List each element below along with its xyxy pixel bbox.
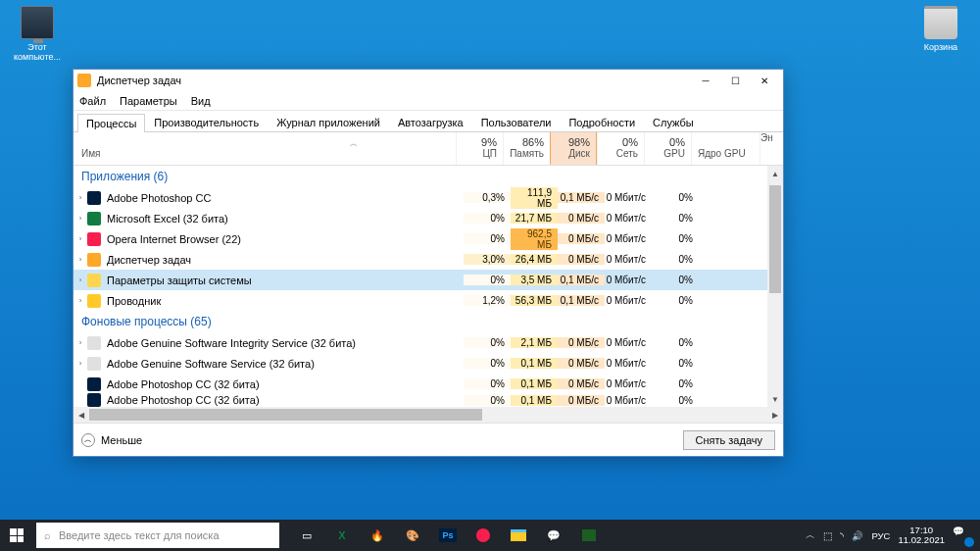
search-box[interactable]: ⌕ Введите здесь текст для поиска bbox=[36, 523, 279, 548]
process-name: Проводник bbox=[107, 295, 464, 307]
expand-chevron-icon[interactable]: › bbox=[74, 255, 87, 264]
minimize-button[interactable]: ─ bbox=[691, 71, 720, 90]
header-network[interactable]: 0% Сеть bbox=[597, 132, 644, 165]
process-row[interactable]: ›Adobe Photoshop CC0,3%111,9 МБ0,1 МБ/с0… bbox=[74, 187, 767, 208]
taskbar-app-palette[interactable]: 🎨 bbox=[396, 520, 429, 551]
header-gpu[interactable]: 0% GPU bbox=[644, 132, 691, 165]
process-name: Параметры защиты системы bbox=[107, 275, 464, 286]
cell-cpu: 1,2% bbox=[464, 295, 511, 306]
header-end[interactable]: Эн bbox=[760, 132, 783, 165]
cell-cpu: 0% bbox=[464, 395, 511, 406]
tab-performance[interactable]: Производительность bbox=[145, 113, 268, 131]
expand-chevron-icon[interactable]: › bbox=[74, 338, 87, 347]
expand-chevron-icon[interactable]: › bbox=[74, 193, 87, 202]
scroll-left-arrow[interactable]: ◀ bbox=[74, 407, 89, 423]
h-scrollbar-thumb[interactable] bbox=[89, 409, 482, 421]
taskbar-excel[interactable]: X bbox=[325, 520, 359, 551]
desktop-icon-label: Корзина bbox=[911, 42, 970, 52]
tray-volume-icon[interactable]: 🔊 bbox=[852, 530, 863, 541]
cell-memory: 0,1 МБ bbox=[511, 378, 558, 389]
cell-disk: 0 МБ/с bbox=[558, 358, 605, 369]
tab-app-history[interactable]: Журнал приложений bbox=[268, 113, 389, 131]
process-name: Adobe Genuine Software Integrity Service… bbox=[107, 337, 464, 349]
tab-processes[interactable]: Процессы bbox=[77, 114, 145, 132]
expand-chevron-icon[interactable]: › bbox=[74, 276, 87, 284]
cell-memory: 2,1 МБ bbox=[511, 337, 558, 348]
tray-clock[interactable]: 17:10 11.02.2021 bbox=[898, 526, 945, 546]
process-row[interactable]: ›Opera Internet Browser (22)0%962,5 МБ0 … bbox=[74, 228, 767, 249]
tray-chevron-up-icon[interactable]: ︿ bbox=[806, 529, 815, 542]
expand-chevron-icon[interactable]: › bbox=[74, 296, 87, 305]
process-row[interactable]: Adobe Photoshop CC (32 бита)0%0,1 МБ0 МБ… bbox=[74, 394, 767, 406]
taskbar-apps: ▭ X 🔥 🎨 Ps 💬 bbox=[290, 520, 606, 551]
maximize-button[interactable]: ☐ bbox=[720, 71, 750, 90]
cell-gpu: 0% bbox=[652, 213, 699, 224]
cell-gpu: 0% bbox=[652, 233, 699, 244]
header-disk[interactable]: 98% Диск bbox=[550, 132, 597, 165]
header-cpu[interactable]: 9% ЦП bbox=[456, 132, 503, 165]
notifications-icon[interactable]: 💬 bbox=[953, 526, 972, 545]
tab-services[interactable]: Службы bbox=[644, 113, 703, 131]
taskbar-task-manager[interactable] bbox=[572, 520, 606, 551]
taskbar-opera[interactable] bbox=[466, 520, 500, 551]
cell-network: 0 Мбит/с bbox=[605, 295, 652, 306]
menu-view[interactable]: Вид bbox=[191, 95, 211, 107]
menu-file[interactable]: Файл bbox=[79, 95, 106, 107]
recycle-bin-icon bbox=[924, 6, 957, 39]
taskbar-explorer[interactable] bbox=[502, 520, 535, 551]
tray-wifi-icon[interactable]: ◝ bbox=[840, 530, 844, 541]
desktop-icon-computer[interactable]: Этот компьюте... bbox=[8, 6, 67, 62]
cell-gpu: 0% bbox=[652, 395, 699, 406]
column-headers: ︿ Имя 9% ЦП 86% Память 98% Диск 0% Сеть … bbox=[74, 132, 783, 166]
titlebar[interactable]: Диспетчер задач ─ ☐ ✕ bbox=[74, 70, 783, 91]
process-row[interactable]: ›Проводник1,2%56,3 МБ0,1 МБ/с0 Мбит/с0% bbox=[74, 290, 767, 311]
tab-users[interactable]: Пользователи bbox=[472, 113, 561, 131]
process-icon bbox=[87, 393, 101, 407]
cell-memory: 111,9 МБ bbox=[511, 187, 558, 209]
fewer-details-button[interactable]: ︿ Меньше bbox=[81, 433, 142, 447]
start-button[interactable] bbox=[0, 520, 33, 551]
header-memory[interactable]: 86% Память bbox=[503, 132, 550, 165]
cell-network: 0 Мбит/с bbox=[605, 337, 652, 348]
process-row[interactable]: ›Microsoft Excel (32 бита)0%21,7 МБ0 МБ/… bbox=[74, 208, 767, 228]
taskbar-photoshop[interactable]: Ps bbox=[431, 520, 465, 551]
taskbar: ⌕ Введите здесь текст для поиска ▭ X 🔥 🎨… bbox=[0, 520, 980, 551]
menubar: Файл Параметры Вид bbox=[74, 91, 783, 111]
tab-details[interactable]: Подробности bbox=[560, 113, 644, 131]
horizontal-scrollbar[interactable]: ◀ ▶ bbox=[74, 407, 783, 423]
cell-cpu: 0% bbox=[464, 378, 511, 389]
process-row[interactable]: ›Диспетчер задач3,0%26,4 МБ0 МБ/с0 Мбит/… bbox=[74, 249, 767, 270]
scroll-right-arrow[interactable]: ▶ bbox=[767, 407, 783, 423]
process-row[interactable]: ›Adobe Genuine Software Integrity Servic… bbox=[74, 332, 767, 353]
taskbar-app-flame[interactable]: 🔥 bbox=[361, 520, 394, 551]
cell-memory: 3,5 МБ bbox=[511, 275, 558, 285]
scrollbar-thumb[interactable] bbox=[769, 185, 781, 293]
tray-language[interactable]: РУС bbox=[871, 530, 890, 541]
process-name: Adobe Photoshop CC (32 бита) bbox=[107, 378, 464, 390]
scroll-down-arrow[interactable]: ▼ bbox=[767, 391, 783, 407]
menu-options[interactable]: Параметры bbox=[120, 95, 177, 107]
process-row[interactable]: Adobe Photoshop CC (32 бита)0%0,1 МБ0 МБ… bbox=[74, 374, 767, 394]
task-view-button[interactable]: ▭ bbox=[290, 520, 323, 551]
close-button[interactable]: ✕ bbox=[750, 71, 779, 90]
cell-network: 0 Мбит/с bbox=[605, 233, 652, 244]
vertical-scrollbar[interactable]: ▲ ▼ bbox=[767, 166, 783, 407]
process-row[interactable]: ›Параметры защиты системы0%3,5 МБ0,1 МБ/… bbox=[74, 270, 767, 290]
expand-chevron-icon[interactable]: › bbox=[74, 359, 87, 368]
end-task-button[interactable]: Снять задачу bbox=[683, 430, 776, 450]
process-name: Adobe Photoshop CC bbox=[107, 192, 464, 204]
scroll-up-arrow[interactable]: ▲ bbox=[767, 166, 783, 181]
taskbar-app-7[interactable]: 💬 bbox=[537, 520, 570, 551]
desktop-icon-recycle[interactable]: Корзина bbox=[911, 6, 970, 52]
tab-startup[interactable]: Автозагрузка bbox=[389, 113, 472, 131]
header-name[interactable]: ︿ Имя bbox=[74, 132, 456, 165]
cell-network: 0 Мбит/с bbox=[605, 275, 652, 285]
expand-chevron-icon[interactable]: › bbox=[74, 214, 87, 223]
cell-memory: 21,7 МБ bbox=[511, 213, 558, 224]
process-row[interactable]: ›Adobe Genuine Software Service (32 бита… bbox=[74, 353, 767, 374]
tray-network-icon[interactable]: ⬚ bbox=[823, 530, 832, 541]
cell-gpu: 0% bbox=[652, 378, 699, 389]
cell-gpu: 0% bbox=[652, 192, 699, 203]
expand-chevron-icon[interactable]: › bbox=[74, 234, 87, 243]
header-gpu-core[interactable]: Ядро GPU bbox=[691, 132, 760, 165]
